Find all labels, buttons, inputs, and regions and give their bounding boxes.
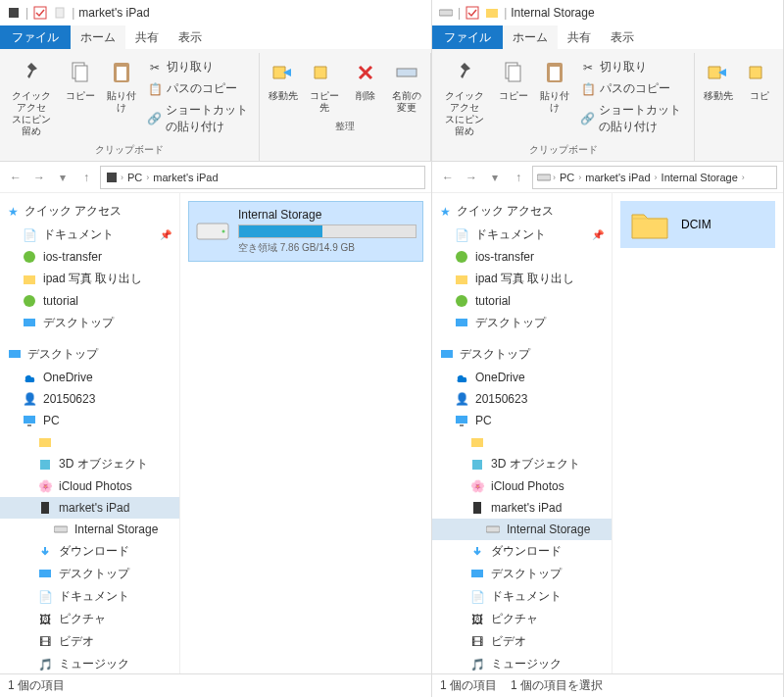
breadcrumb[interactable]: › PC › market's iPad bbox=[100, 166, 425, 189]
copy-button[interactable]: コピー bbox=[61, 53, 100, 106]
nav-forward[interactable]: → bbox=[462, 168, 481, 187]
main-pane[interactable]: DCIM bbox=[612, 193, 783, 673]
tab-home[interactable]: ホーム bbox=[71, 25, 125, 50]
sidebar-item-ipad[interactable]: market's iPad bbox=[0, 497, 179, 519]
icloud-icon: 🌸 bbox=[469, 478, 485, 494]
sidebar-item-pc[interactable]: PC bbox=[432, 410, 612, 431]
delete-icon bbox=[350, 57, 381, 88]
sidebar-item-videos[interactable]: 🎞ビデオ bbox=[432, 630, 612, 653]
sidebar-item-ios-transfer[interactable]: ios-transfer bbox=[432, 246, 612, 268]
svg-point-11 bbox=[24, 295, 35, 307]
sidebar-item-pictures[interactable]: 🖼ピクチャ bbox=[0, 608, 179, 630]
sidebar-item-3d[interactable]: 3D オブジェクト bbox=[0, 453, 179, 475]
drive-item[interactable]: Internal Storage 空き領域 7.86 GB/14.9 GB bbox=[188, 201, 423, 262]
sidebar-item-icloud[interactable]: 🌸iCloud Photos bbox=[0, 475, 179, 497]
sidebar-item-ios-transfer[interactable]: ios-transfer bbox=[0, 246, 179, 268]
breadcrumb[interactable]: › PC › market's iPad › Internal Storage … bbox=[532, 166, 777, 189]
main-pane[interactable]: Internal Storage 空き領域 7.86 GB/14.9 GB bbox=[180, 193, 431, 673]
nav-back[interactable]: ← bbox=[6, 168, 25, 187]
sidebar-item-onedrive[interactable]: OneDrive bbox=[0, 367, 179, 388]
desktop-icon bbox=[22, 316, 37, 331]
tab-file[interactable]: ファイル bbox=[0, 25, 71, 50]
cut-button[interactable]: ✂切り取り bbox=[576, 57, 690, 77]
desktop-header[interactable]: デスクトップ bbox=[432, 342, 612, 367]
status-selected: 1 個の項目を選択 bbox=[511, 677, 603, 694]
sidebar-item-desktop[interactable]: デスクトップ bbox=[0, 312, 179, 334]
copyto-button[interactable]: コピー先 bbox=[305, 53, 344, 118]
sidebar-item-music[interactable]: 🎵ミュージック bbox=[0, 653, 179, 673]
sidebar-item-desktop[interactable]: デスクトップ bbox=[432, 312, 612, 334]
sidebar-item-internal-storage[interactable]: Internal Storage bbox=[432, 519, 612, 540]
sidebar-item-documents[interactable]: 📄ドキュメント📌 bbox=[0, 224, 179, 246]
sidebar-item-pc[interactable]: PC bbox=[0, 410, 179, 431]
nav-dropdown[interactable]: ▾ bbox=[485, 168, 505, 187]
tab-view[interactable]: 表示 bbox=[169, 25, 212, 50]
sidebar-item-documents[interactable]: 📄ドキュメント📌 bbox=[432, 224, 612, 246]
3d-icon bbox=[469, 457, 485, 473]
sidebar-item-documents2[interactable]: 📄ドキュメント bbox=[432, 585, 612, 608]
user-icon: 👤 bbox=[22, 391, 37, 407]
sidebar-item-videos[interactable]: 🎞ビデオ bbox=[0, 630, 179, 653]
sidebar-item-tutorial[interactable]: tutorial bbox=[432, 290, 612, 312]
sidebar-item-downloads[interactable]: ダウンロード bbox=[432, 540, 612, 563]
sidebar-item-folder[interactable] bbox=[0, 431, 179, 453]
rename-button[interactable]: 名前の 変更 bbox=[387, 53, 426, 118]
sidebar-item-internal-storage[interactable]: Internal Storage bbox=[0, 519, 179, 540]
pin-button[interactable]: クイック アクセ スにピン留め bbox=[436, 53, 492, 141]
paste-button[interactable]: 貼り付け bbox=[535, 53, 574, 118]
sidebar-item-documents2[interactable]: 📄ドキュメント bbox=[0, 585, 179, 608]
tab-share[interactable]: 共有 bbox=[558, 25, 601, 50]
cut-button[interactable]: ✂切り取り bbox=[143, 57, 255, 77]
quick-access-header[interactable]: ★クイック アクセス bbox=[0, 199, 179, 224]
sidebar-item-tutorial[interactable]: tutorial bbox=[0, 290, 179, 312]
pin-button[interactable]: クイック アクセ スにピン留め bbox=[4, 53, 59, 141]
sidebar-item-desktop2[interactable]: デスクトップ bbox=[0, 563, 179, 585]
save-icon[interactable] bbox=[32, 5, 48, 21]
copyto-button[interactable]: コピ bbox=[740, 53, 779, 106]
sidebar-item-pictures[interactable]: 🖼ピクチャ bbox=[432, 608, 612, 630]
svg-rect-30 bbox=[550, 67, 560, 80]
nav-forward[interactable]: → bbox=[29, 168, 49, 187]
svg-rect-17 bbox=[40, 460, 50, 470]
tab-home[interactable]: ホーム bbox=[503, 25, 558, 50]
nav-back[interactable]: ← bbox=[438, 168, 458, 187]
sidebar-item-desktop2[interactable]: デスクトップ bbox=[432, 563, 612, 585]
sidebar-item-icloud[interactable]: 🌸iCloud Photos bbox=[432, 475, 612, 497]
sidebar-item-ipad-photo[interactable]: ipad 写真 取り出し bbox=[432, 268, 612, 290]
save-icon[interactable] bbox=[465, 5, 480, 21]
moveto-button[interactable]: 移動先 bbox=[264, 53, 303, 106]
shortcut-icon: 🔗 bbox=[580, 111, 595, 126]
copypath-button[interactable]: 📋パスのコピー bbox=[143, 78, 255, 99]
sidebar-item-folder[interactable] bbox=[432, 431, 612, 453]
quick-access-header[interactable]: ★クイック アクセス bbox=[432, 199, 612, 224]
pasteshortcut-button[interactable]: 🔗ショートカットの貼り付け bbox=[576, 100, 690, 137]
delete-button[interactable]: 削除 bbox=[346, 53, 385, 106]
statusbar: 1 個の項目 bbox=[0, 673, 431, 697]
tab-file[interactable]: ファイル bbox=[432, 25, 503, 50]
tab-view[interactable]: 表示 bbox=[601, 25, 644, 50]
copyto-icon bbox=[309, 57, 340, 88]
sidebar-item-user[interactable]: 👤20150623 bbox=[0, 388, 179, 410]
sidebar-item-onedrive[interactable]: OneDrive bbox=[432, 367, 612, 388]
sidebar: ★クイック アクセス 📄ドキュメント📌 ios-transfer ipad 写真… bbox=[432, 193, 612, 673]
sidebar-item-user[interactable]: 👤20150623 bbox=[432, 388, 612, 410]
nav-dropdown[interactable]: ▾ bbox=[53, 168, 73, 187]
paste-button[interactable]: 貼り付け bbox=[102, 53, 141, 118]
sidebar-item-ipad[interactable]: market's iPad bbox=[432, 497, 612, 519]
moveto-button[interactable]: 移動先 bbox=[699, 53, 738, 106]
copy-button[interactable]: コピー bbox=[494, 53, 533, 106]
copypath-button[interactable]: 📋パスのコピー bbox=[576, 78, 690, 99]
desktop-header[interactable]: デスクトップ bbox=[0, 342, 179, 367]
sidebar-item-ipad-photo[interactable]: ipad 写真 取り出し bbox=[0, 268, 179, 290]
pasteshortcut-button[interactable]: 🔗ショートカットの貼り付け bbox=[143, 100, 255, 137]
sidebar-item-downloads[interactable]: ダウンロード bbox=[0, 540, 179, 563]
sidebar-item-3d[interactable]: 3D オブジェクト bbox=[432, 453, 612, 475]
tab-share[interactable]: 共有 bbox=[125, 25, 169, 50]
svg-rect-24 bbox=[439, 10, 453, 16]
tabbar: ファイル ホーム 共有 表示 bbox=[432, 25, 783, 49]
sidebar-item-music[interactable]: 🎵ミュージック bbox=[432, 653, 612, 673]
folder-item[interactable]: DCIM bbox=[620, 201, 775, 248]
app-icon bbox=[454, 293, 469, 309]
nav-up[interactable]: ↑ bbox=[76, 168, 96, 187]
nav-up[interactable]: ↑ bbox=[509, 168, 528, 187]
